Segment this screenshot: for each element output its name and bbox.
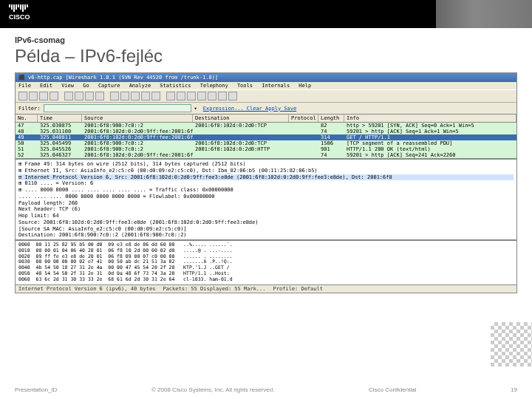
- col-dest[interactable]: Destination: [193, 115, 289, 122]
- packet-details[interactable]: ⊞ Frame 49: 314 bytes on wire (2512 bits…: [16, 158, 516, 239]
- col-time[interactable]: Time: [38, 115, 82, 122]
- slide-topbar: CISCO: [0, 0, 532, 28]
- filter-bar: Filter: ▾ Expression... Clear Apply Save: [16, 103, 516, 114]
- packet-row[interactable]: 47325.0308752001:6f8:900:7c0::22001:6f8:…: [16, 123, 516, 129]
- menu-file[interactable]: File: [18, 83, 31, 89]
- toolbar-icon[interactable]: [151, 92, 160, 100]
- menu-internals[interactable]: Internals: [262, 83, 290, 89]
- status-bar: Internet Protocol Version 6 (ipv6), 40 b…: [16, 284, 516, 293]
- packet-row[interactable]: 48325.0311002001:6f8:102d:0:2d0:9ff:fee:…: [16, 129, 516, 134]
- window-titlebar: ⬛ v6-http.cap [Wireshark 1.8.1 (SVN Rev …: [16, 73, 516, 82]
- menu-tools[interactable]: Tools: [237, 83, 253, 89]
- status-file: Internet Protocol Version 6 (ipv6), 40 b…: [18, 286, 155, 292]
- menu-edit[interactable]: Edit: [40, 83, 52, 89]
- toolbar-icon[interactable]: [166, 92, 175, 100]
- toolbar-icon[interactable]: [187, 92, 196, 100]
- detail-line[interactable]: ⊟ Internet Protocol Version 6, Src: 2001…: [18, 174, 514, 181]
- menu-view[interactable]: View: [61, 83, 74, 89]
- detail-line[interactable]: ⊞ Ethernet II, Src: AsiaInfo_e2:c5:c0 (0…: [18, 168, 514, 174]
- detail-line[interactable]: Hop limit: 64: [18, 213, 514, 219]
- app-icon: ⬛: [18, 75, 25, 81]
- toolbar-icon[interactable]: [228, 92, 237, 100]
- toolbar-icon[interactable]: [208, 92, 216, 100]
- filter-label: Filter:: [18, 106, 41, 112]
- footer-right: Cisco Confidential: [369, 386, 416, 393]
- col-source[interactable]: Source: [82, 115, 193, 122]
- slide-title: Példa – IPv6-fejléc: [15, 46, 517, 66]
- hex-dump[interactable]: 0000 00 11 25 82 95 b5 00 d0 09 e3 e8 de…: [16, 239, 516, 284]
- filter-dropdown-icon[interactable]: ▾: [194, 106, 197, 112]
- banner-photo: [436, 0, 532, 28]
- toolbar-icon[interactable]: [85, 92, 94, 100]
- packet-list[interactable]: 47325.0308752001:6f8:900:7c0::22001:6f8:…: [16, 123, 516, 158]
- packet-list-header: No. Time Source Destination Protocol Len…: [16, 114, 516, 123]
- toolbar-icon[interactable]: [218, 92, 227, 100]
- toolbar-icon[interactable]: [64, 92, 73, 100]
- packet-row[interactable]: 52325.0463272001:6f8:102d:0:2d0:9ff:fee:…: [16, 152, 516, 158]
- detail-line[interactable]: Payload length: 260: [18, 200, 514, 207]
- packet-row[interactable]: 51325.0455262001:6f8:900:7c0::22001:6f8:…: [16, 146, 516, 152]
- detail-line[interactable]: ⊞ Frame 49: 314 bytes on wire (2512 bits…: [18, 161, 514, 168]
- footer-page: 19: [511, 386, 517, 393]
- window-title: v6-http.cap [Wireshark 1.8.1 (SVN Rev 44…: [28, 75, 218, 81]
- menu-statistics[interactable]: Statistics: [160, 83, 191, 89]
- transparency-checker: [491, 322, 532, 366]
- detail-line[interactable]: .... .... .... 0000 0000 0000 0000 0000 …: [18, 194, 514, 200]
- status-profile: Profile: Default: [273, 286, 323, 292]
- toolbar-icon[interactable]: [39, 92, 48, 100]
- menu-help[interactable]: Help: [299, 83, 311, 89]
- toolbar-icon[interactable]: [141, 92, 150, 100]
- slide-footer: Presentation_ID © 2008 Cisco Systems, In…: [15, 386, 517, 393]
- toolbar-icon[interactable]: [75, 92, 83, 100]
- detail-line[interactable]: Destination: 2001:6f8:900:7c0::2 (2001:6…: [18, 232, 514, 239]
- toolbar-icon[interactable]: [110, 92, 119, 100]
- slide-breadcrumb: IPv6-csomag: [15, 35, 517, 44]
- menu-bar[interactable]: File Edit View Go Capture Analyze Statis…: [16, 82, 516, 89]
- cisco-logo: CISCO: [9, 4, 30, 21]
- menu-telephony[interactable]: Telephony: [200, 83, 228, 89]
- toolbar-icon[interactable]: [29, 92, 38, 100]
- menu-capture[interactable]: Capture: [98, 83, 120, 89]
- footer-center: © 2008 Cisco Systems, Inc. All rights re…: [151, 386, 274, 393]
- status-packets: Packets: 55 Displayed: 55 Mark...: [163, 286, 265, 292]
- toolbar-icon[interactable]: [131, 92, 140, 100]
- col-len[interactable]: Length: [318, 115, 344, 122]
- col-info[interactable]: Info: [344, 115, 516, 122]
- col-proto[interactable]: Protocol: [289, 115, 318, 122]
- filter-actions[interactable]: Expression... Clear Apply Save: [203, 106, 296, 112]
- detail-line[interactable]: Next header: TCP (6): [18, 206, 514, 213]
- toolbar-icon[interactable]: [120, 92, 129, 100]
- packet-row[interactable]: 50325.0454992001:6f8:900:7c0::22001:6f8:…: [16, 140, 516, 146]
- wireshark-window: ⬛ v6-http.cap [Wireshark 1.8.1 (SVN Rev …: [15, 72, 517, 293]
- toolbar-icon[interactable]: [177, 92, 185, 100]
- toolbar-icon[interactable]: [197, 92, 206, 100]
- detail-line[interactable]: Source: 2001:6f8:102d:0:2d0:9ff:fee3:e8d…: [18, 219, 514, 226]
- detail-line[interactable]: ⊞ 0110 .... = Version: 6: [18, 180, 514, 187]
- footer-left: Presentation_ID: [15, 386, 57, 393]
- col-no[interactable]: No.: [16, 115, 38, 122]
- menu-analyze[interactable]: Analyze: [129, 83, 151, 89]
- detail-line[interactable]: [Source SA MAC: AsiaInfo_e2:c5:c0 (00:d0…: [18, 226, 514, 233]
- packet-row[interactable]: 49325.0408112001:6f8:102d:0:2d0:9ff:fee:…: [16, 134, 516, 140]
- menu-go[interactable]: Go: [83, 83, 89, 89]
- toolbar-icon[interactable]: [18, 92, 27, 100]
- toolbar-icon[interactable]: [95, 92, 104, 100]
- detail-line[interactable]: ⊞ .... 0000 0000 .... .... .... .... ...…: [18, 187, 514, 194]
- toolbar-icon[interactable]: [50, 92, 58, 100]
- toolbar: [16, 89, 516, 103]
- filter-input[interactable]: [44, 104, 191, 112]
